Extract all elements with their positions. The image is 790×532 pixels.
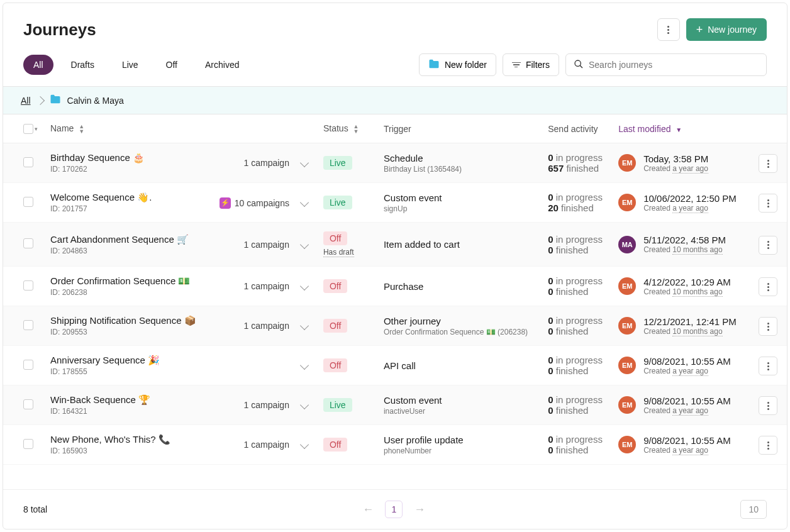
folder-icon	[50, 94, 61, 106]
table-row[interactable]: Cart Abandonment Sequence 🛒 ID: 204863 1…	[3, 223, 787, 267]
row-checkbox[interactable]	[23, 360, 33, 370]
created-ago: 10 months ago	[672, 327, 722, 336]
avatar: EM	[618, 396, 636, 414]
status-badge: Live	[323, 196, 352, 209]
page-size-select[interactable]: 10	[740, 500, 767, 519]
row-menu-button[interactable]	[759, 396, 777, 415]
row-menu-button[interactable]	[759, 357, 777, 375]
chevron-down-icon[interactable]	[300, 440, 309, 449]
sort-icon: ▲▼	[353, 124, 359, 134]
table-row[interactable]: Win-Back Sequence 🏆 ID: 164321 1 campaig…	[3, 385, 787, 425]
row-checkbox[interactable]	[23, 238, 33, 248]
search-input[interactable]	[589, 60, 759, 70]
modified-date: 4/12/2022, 10:29 AM	[643, 277, 730, 287]
more-vertical-icon	[767, 402, 769, 410]
table-row[interactable]: Birthday Sequence 🎂 ID: 170262 1 campaig…	[3, 143, 787, 183]
row-checkbox[interactable]	[23, 320, 33, 330]
chevron-down-icon[interactable]	[300, 158, 309, 167]
more-vertical-icon	[767, 441, 769, 450]
chevron-down-icon[interactable]	[300, 198, 309, 207]
modified-date: 9/08/2021, 10:55 AM	[643, 356, 730, 367]
row-menu-button[interactable]	[759, 154, 777, 173]
modified-date: 9/08/2021, 10:55 AM	[643, 435, 730, 446]
avatar: EM	[618, 436, 636, 453]
status-badge: Off	[323, 438, 347, 452]
chevron-down-icon[interactable]	[300, 240, 309, 249]
row-menu-button[interactable]	[759, 194, 777, 213]
breadcrumb-current: Calvin & Maya	[67, 96, 124, 106]
avatar: EM	[618, 194, 636, 211]
tab-all[interactable]: All	[23, 55, 53, 75]
column-trigger: Trigger	[377, 114, 542, 143]
search-icon	[574, 59, 584, 71]
breadcrumb: All Calvin & Maya	[3, 86, 787, 114]
tab-archived[interactable]: Archived	[195, 55, 249, 75]
chevron-down-icon[interactable]	[300, 361, 309, 370]
created-ago: 10 months ago	[672, 245, 722, 255]
status-badge: Off	[323, 358, 347, 372]
journey-name: Cart Abandonment Sequence 🛒	[50, 234, 204, 245]
in-progress-count: 0	[548, 234, 553, 245]
table-row[interactable]: Shipping Notification Sequence 📦 ID: 209…	[3, 306, 787, 346]
avatar: MA	[618, 236, 636, 253]
filter-icon	[512, 62, 521, 68]
avatar: EM	[618, 154, 636, 172]
row-checkbox[interactable]	[23, 197, 33, 207]
page-number[interactable]: 1	[385, 501, 403, 518]
avatar: EM	[618, 317, 636, 335]
modified-date: 12/21/2021, 12:41 PM	[643, 316, 737, 327]
finished-count: 0	[548, 286, 553, 297]
tab-live[interactable]: Live	[112, 55, 148, 75]
finished-count: 0	[548, 405, 553, 416]
journey-id: ID: 164321	[50, 407, 204, 416]
page-next-button[interactable]: →	[414, 503, 425, 516]
avatar: EM	[618, 357, 636, 374]
row-menu-button[interactable]	[759, 236, 777, 255]
column-last-modified[interactable]: Last modified ▼	[612, 114, 749, 143]
journeys-table: ▾ Name ▲▼ Status ▲▼ Trigger Send activit…	[3, 114, 787, 465]
row-checkbox[interactable]	[23, 439, 33, 449]
chevron-down-icon[interactable]	[300, 401, 309, 409]
has-draft-link[interactable]: Has draft	[323, 248, 354, 257]
status-badge: Off	[323, 319, 347, 333]
in-progress-count: 0	[548, 152, 553, 163]
journey-name: Anniversary Sequence 🎉	[50, 355, 204, 366]
filters-button[interactable]: Filters	[503, 53, 559, 76]
finished-count: 0	[548, 365, 553, 376]
trigger-type: Custom event	[384, 395, 535, 406]
chevron-down-icon[interactable]	[300, 282, 309, 291]
svg-point-0	[575, 60, 581, 66]
row-checkbox[interactable]	[23, 280, 33, 291]
campaign-count: 1 campaign	[244, 240, 289, 250]
trigger-type: Schedule	[384, 153, 535, 163]
finished-count: 657	[548, 163, 564, 174]
in-progress-count: 0	[548, 275, 553, 286]
column-status[interactable]: Status ▲▼	[317, 114, 377, 143]
column-name[interactable]: Name ▲▼	[44, 114, 210, 143]
select-all-checkbox[interactable]	[23, 124, 33, 134]
chevron-down-icon[interactable]: ▾	[35, 126, 38, 132]
created-ago: a year ago	[672, 446, 708, 455]
tab-off[interactable]: Off	[156, 55, 187, 75]
more-vertical-icon	[767, 283, 769, 291]
new-journey-button[interactable]: + New journey	[686, 18, 767, 41]
tab-drafts[interactable]: Drafts	[61, 55, 104, 75]
table-row[interactable]: Anniversary Sequence 🎉 ID: 178555 Off AP…	[3, 346, 787, 385]
row-menu-button[interactable]	[759, 277, 777, 296]
new-folder-button[interactable]: New folder	[419, 53, 496, 76]
more-actions-button[interactable]	[657, 18, 680, 41]
row-menu-button[interactable]	[759, 436, 777, 455]
created-ago: a year ago	[672, 204, 708, 213]
row-checkbox[interactable]	[23, 399, 33, 409]
table-row[interactable]: Welcome Sequence 👋. ID: 201757 ⚡ 10 camp…	[3, 183, 787, 223]
finished-count: 0	[548, 326, 553, 336]
table-row[interactable]: New Phone, Who's This? 📞 ID: 165903 1 ca…	[3, 425, 787, 465]
row-checkbox[interactable]	[23, 157, 33, 167]
chevron-down-icon[interactable]	[300, 321, 309, 330]
journey-id: ID: 204863	[50, 247, 204, 255]
journey-id: ID: 206238	[50, 288, 204, 297]
row-menu-button[interactable]	[759, 317, 777, 336]
page-prev-button[interactable]: ←	[362, 503, 374, 516]
breadcrumb-root[interactable]: All	[21, 96, 31, 106]
table-row[interactable]: Order Confirmation Sequence 💵 ID: 206238…	[3, 267, 787, 306]
